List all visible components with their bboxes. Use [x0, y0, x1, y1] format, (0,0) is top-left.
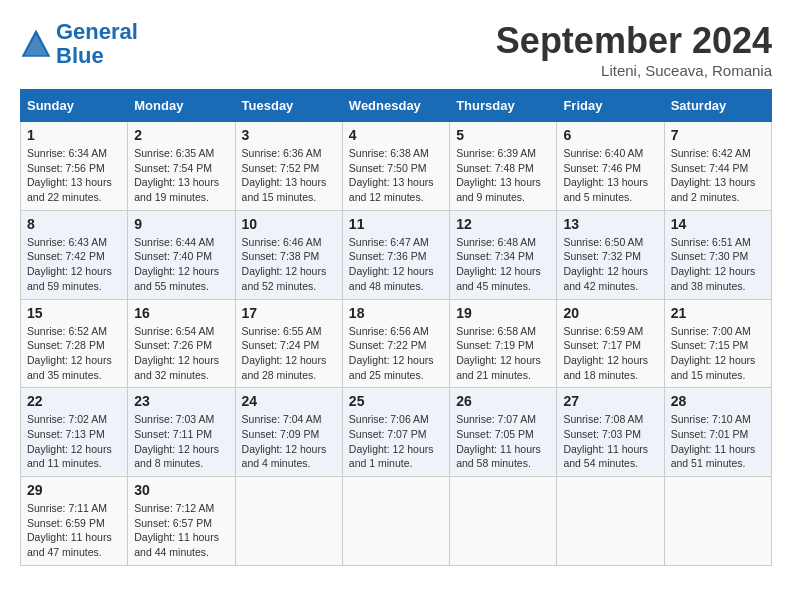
day-info: Sunrise: 7:07 AMSunset: 7:05 PMDaylight:…	[456, 412, 550, 471]
day-number: 24	[242, 393, 336, 409]
day-info: Sunrise: 6:44 AMSunset: 7:40 PMDaylight:…	[134, 235, 228, 294]
day-number: 2	[134, 127, 228, 143]
day-number: 23	[134, 393, 228, 409]
day-info: Sunrise: 6:35 AMSunset: 7:54 PMDaylight:…	[134, 146, 228, 205]
calendar-cell	[450, 477, 557, 566]
day-info: Sunrise: 6:34 AMSunset: 7:56 PMDaylight:…	[27, 146, 121, 205]
day-number: 9	[134, 216, 228, 232]
calendar-cell: 21Sunrise: 7:00 AMSunset: 7:15 PMDayligh…	[664, 299, 771, 388]
day-info: Sunrise: 6:52 AMSunset: 7:28 PMDaylight:…	[27, 324, 121, 383]
logo: General Blue	[20, 20, 138, 68]
day-number: 11	[349, 216, 443, 232]
calendar-cell: 10Sunrise: 6:46 AMSunset: 7:38 PMDayligh…	[235, 210, 342, 299]
day-info: Sunrise: 6:38 AMSunset: 7:50 PMDaylight:…	[349, 146, 443, 205]
day-info: Sunrise: 6:55 AMSunset: 7:24 PMDaylight:…	[242, 324, 336, 383]
calendar-cell: 14Sunrise: 6:51 AMSunset: 7:30 PMDayligh…	[664, 210, 771, 299]
day-info: Sunrise: 6:39 AMSunset: 7:48 PMDaylight:…	[456, 146, 550, 205]
day-info: Sunrise: 6:56 AMSunset: 7:22 PMDaylight:…	[349, 324, 443, 383]
calendar-cell: 7Sunrise: 6:42 AMSunset: 7:44 PMDaylight…	[664, 122, 771, 211]
calendar-cell: 24Sunrise: 7:04 AMSunset: 7:09 PMDayligh…	[235, 388, 342, 477]
day-info: Sunrise: 7:03 AMSunset: 7:11 PMDaylight:…	[134, 412, 228, 471]
calendar-cell: 26Sunrise: 7:07 AMSunset: 7:05 PMDayligh…	[450, 388, 557, 477]
calendar-cell: 16Sunrise: 6:54 AMSunset: 7:26 PMDayligh…	[128, 299, 235, 388]
day-info: Sunrise: 6:43 AMSunset: 7:42 PMDaylight:…	[27, 235, 121, 294]
calendar-cell	[664, 477, 771, 566]
calendar-week-2: 8Sunrise: 6:43 AMSunset: 7:42 PMDaylight…	[21, 210, 772, 299]
day-number: 19	[456, 305, 550, 321]
calendar-cell: 3Sunrise: 6:36 AMSunset: 7:52 PMDaylight…	[235, 122, 342, 211]
calendar-cell	[342, 477, 449, 566]
day-info: Sunrise: 7:02 AMSunset: 7:13 PMDaylight:…	[27, 412, 121, 471]
weekday-header-friday: Friday	[557, 90, 664, 122]
calendar-cell: 25Sunrise: 7:06 AMSunset: 7:07 PMDayligh…	[342, 388, 449, 477]
calendar-cell: 22Sunrise: 7:02 AMSunset: 7:13 PMDayligh…	[21, 388, 128, 477]
weekday-header-sunday: Sunday	[21, 90, 128, 122]
day-info: Sunrise: 6:50 AMSunset: 7:32 PMDaylight:…	[563, 235, 657, 294]
page-header: General Blue September 2024 Liteni, Suce…	[20, 20, 772, 79]
day-number: 22	[27, 393, 121, 409]
day-number: 27	[563, 393, 657, 409]
calendar-cell: 1Sunrise: 6:34 AMSunset: 7:56 PMDaylight…	[21, 122, 128, 211]
logo-icon	[20, 28, 52, 60]
calendar-cell: 29Sunrise: 7:11 AMSunset: 6:59 PMDayligh…	[21, 477, 128, 566]
weekday-header-thursday: Thursday	[450, 90, 557, 122]
calendar-cell: 18Sunrise: 6:56 AMSunset: 7:22 PMDayligh…	[342, 299, 449, 388]
day-info: Sunrise: 6:46 AMSunset: 7:38 PMDaylight:…	[242, 235, 336, 294]
day-info: Sunrise: 6:54 AMSunset: 7:26 PMDaylight:…	[134, 324, 228, 383]
calendar-cell: 13Sunrise: 6:50 AMSunset: 7:32 PMDayligh…	[557, 210, 664, 299]
day-number: 7	[671, 127, 765, 143]
day-number: 28	[671, 393, 765, 409]
day-number: 14	[671, 216, 765, 232]
weekday-header-wednesday: Wednesday	[342, 90, 449, 122]
day-number: 12	[456, 216, 550, 232]
calendar-cell: 9Sunrise: 6:44 AMSunset: 7:40 PMDaylight…	[128, 210, 235, 299]
calendar-cell: 17Sunrise: 6:55 AMSunset: 7:24 PMDayligh…	[235, 299, 342, 388]
calendar-cell: 11Sunrise: 6:47 AMSunset: 7:36 PMDayligh…	[342, 210, 449, 299]
calendar-cell: 23Sunrise: 7:03 AMSunset: 7:11 PMDayligh…	[128, 388, 235, 477]
calendar-week-1: 1Sunrise: 6:34 AMSunset: 7:56 PMDaylight…	[21, 122, 772, 211]
day-info: Sunrise: 6:51 AMSunset: 7:30 PMDaylight:…	[671, 235, 765, 294]
day-info: Sunrise: 7:11 AMSunset: 6:59 PMDaylight:…	[27, 501, 121, 560]
day-info: Sunrise: 6:47 AMSunset: 7:36 PMDaylight:…	[349, 235, 443, 294]
day-info: Sunrise: 7:00 AMSunset: 7:15 PMDaylight:…	[671, 324, 765, 383]
weekday-header-monday: Monday	[128, 90, 235, 122]
month-title: September 2024	[496, 20, 772, 62]
logo-text: General Blue	[56, 20, 138, 68]
day-info: Sunrise: 6:48 AMSunset: 7:34 PMDaylight:…	[456, 235, 550, 294]
calendar-week-5: 29Sunrise: 7:11 AMSunset: 6:59 PMDayligh…	[21, 477, 772, 566]
day-number: 10	[242, 216, 336, 232]
calendar-table: SundayMondayTuesdayWednesdayThursdayFrid…	[20, 89, 772, 566]
day-number: 1	[27, 127, 121, 143]
day-info: Sunrise: 6:42 AMSunset: 7:44 PMDaylight:…	[671, 146, 765, 205]
weekday-header-tuesday: Tuesday	[235, 90, 342, 122]
day-number: 8	[27, 216, 121, 232]
day-number: 30	[134, 482, 228, 498]
calendar-cell: 6Sunrise: 6:40 AMSunset: 7:46 PMDaylight…	[557, 122, 664, 211]
day-number: 15	[27, 305, 121, 321]
calendar-cell	[557, 477, 664, 566]
weekday-header-row: SundayMondayTuesdayWednesdayThursdayFrid…	[21, 90, 772, 122]
day-number: 17	[242, 305, 336, 321]
calendar-cell: 30Sunrise: 7:12 AMSunset: 6:57 PMDayligh…	[128, 477, 235, 566]
day-number: 13	[563, 216, 657, 232]
calendar-cell: 5Sunrise: 6:39 AMSunset: 7:48 PMDaylight…	[450, 122, 557, 211]
day-number: 20	[563, 305, 657, 321]
weekday-header-saturday: Saturday	[664, 90, 771, 122]
day-info: Sunrise: 6:59 AMSunset: 7:17 PMDaylight:…	[563, 324, 657, 383]
title-block: September 2024 Liteni, Suceava, Romania	[496, 20, 772, 79]
location: Liteni, Suceava, Romania	[496, 62, 772, 79]
calendar-cell: 12Sunrise: 6:48 AMSunset: 7:34 PMDayligh…	[450, 210, 557, 299]
day-info: Sunrise: 6:58 AMSunset: 7:19 PMDaylight:…	[456, 324, 550, 383]
day-info: Sunrise: 7:04 AMSunset: 7:09 PMDaylight:…	[242, 412, 336, 471]
calendar-week-4: 22Sunrise: 7:02 AMSunset: 7:13 PMDayligh…	[21, 388, 772, 477]
day-info: Sunrise: 7:08 AMSunset: 7:03 PMDaylight:…	[563, 412, 657, 471]
day-number: 18	[349, 305, 443, 321]
day-number: 16	[134, 305, 228, 321]
calendar-cell: 27Sunrise: 7:08 AMSunset: 7:03 PMDayligh…	[557, 388, 664, 477]
day-number: 6	[563, 127, 657, 143]
day-info: Sunrise: 6:40 AMSunset: 7:46 PMDaylight:…	[563, 146, 657, 205]
calendar-cell: 20Sunrise: 6:59 AMSunset: 7:17 PMDayligh…	[557, 299, 664, 388]
calendar-cell: 15Sunrise: 6:52 AMSunset: 7:28 PMDayligh…	[21, 299, 128, 388]
day-info: Sunrise: 7:06 AMSunset: 7:07 PMDaylight:…	[349, 412, 443, 471]
day-info: Sunrise: 7:10 AMSunset: 7:01 PMDaylight:…	[671, 412, 765, 471]
